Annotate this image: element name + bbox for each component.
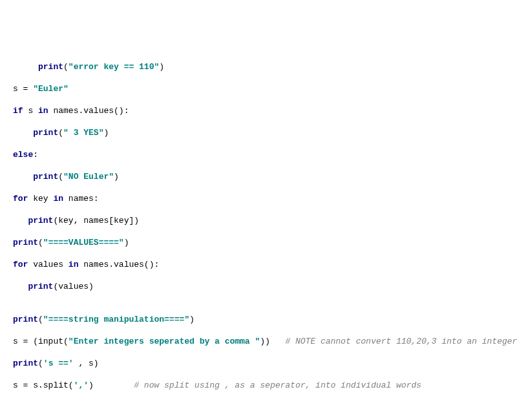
- keyword-print: print: [33, 128, 58, 138]
- code-line: print("error key == 110"): [13, 61, 519, 72]
- string-literal: "NO Euler": [63, 172, 114, 182]
- code-line: print("====VALUES===="): [13, 237, 519, 248]
- keyword-for: for: [13, 260, 28, 269]
- keyword-print: print: [38, 62, 63, 72]
- code-line: print(values): [13, 281, 519, 292]
- keyword-in: in: [38, 106, 48, 116]
- keyword-print: print: [13, 315, 38, 324]
- string-literal: " 3 YES": [63, 128, 103, 138]
- keyword-if: if: [13, 106, 23, 116]
- code-line: if s in names.values():: [13, 105, 519, 116]
- code-line: print(" 3 YES"): [13, 127, 519, 138]
- comment: # now split using , as a seperator, into…: [134, 380, 421, 390]
- code-line: s = s.split(',') # now split using , as …: [13, 380, 519, 391]
- string-literal: 's ==': [43, 359, 74, 368]
- code-line: for values in names.values():: [13, 259, 519, 270]
- keyword-print: print: [33, 172, 58, 182]
- keyword-print: print: [28, 282, 53, 291]
- string-literal: "Enter integers seperated by a comma ": [69, 337, 260, 346]
- keyword-print: print: [13, 238, 38, 247]
- string-literal: "error key == 110": [69, 62, 159, 72]
- string-literal: "====VALUES====": [43, 238, 124, 247]
- keyword-else: else: [13, 150, 33, 160]
- code-line: for key in names:: [13, 193, 519, 204]
- code-block: print("error key == 110") s = "Euler" if…: [13, 50, 519, 396]
- code-line: s = "Euler": [13, 83, 519, 94]
- string-literal: "Euler": [33, 84, 69, 94]
- string-literal: ',': [74, 380, 89, 390]
- code-line: s = (input("Enter integers seperated by …: [13, 336, 519, 347]
- code-line: print("NO Euler"): [13, 171, 519, 182]
- code-line: else:: [13, 149, 519, 160]
- keyword-print: print: [28, 216, 53, 225]
- code-line: print('s ==' , s): [13, 358, 519, 369]
- string-literal: "====string manipulation====": [43, 315, 189, 324]
- code-line: print(key, names[key]): [13, 215, 519, 226]
- code-line: print("====string manipulation===="): [13, 314, 519, 325]
- keyword-in: in: [69, 260, 79, 269]
- comment: # NOTE cannot convert 110,20,3 into an i…: [285, 337, 517, 346]
- keyword-in: in: [53, 194, 63, 203]
- keyword-print: print: [13, 359, 38, 368]
- keyword-for: for: [13, 194, 28, 203]
